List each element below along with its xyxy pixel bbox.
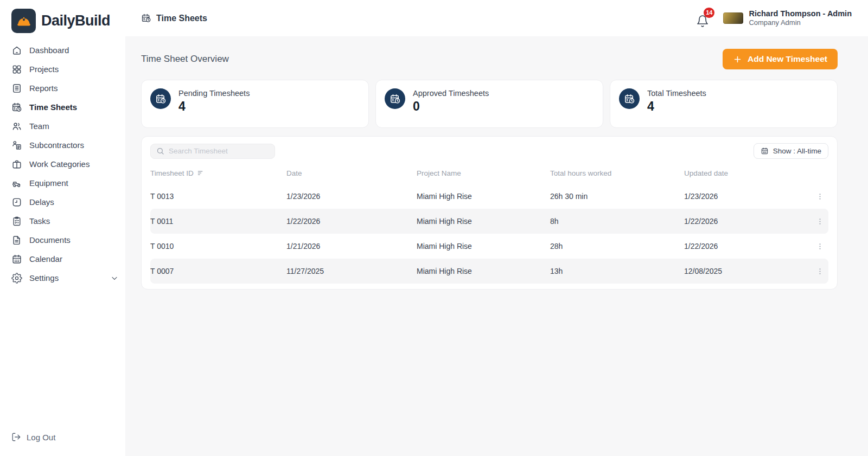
cell-date: 1/22/2026: [286, 217, 417, 226]
table-row[interactable]: T 0010 1/21/2026 Miami High Rise 28h 1/2…: [150, 234, 828, 259]
stat-label: Approved Timesheets: [413, 89, 489, 98]
add-new-timesheet-button[interactable]: Add New Timesheet: [723, 49, 838, 69]
row-actions-button[interactable]: [813, 188, 826, 204]
show-filter-button[interactable]: Show : All-time: [754, 143, 828, 159]
search-icon: [156, 147, 164, 155]
stat-label: Total Timesheets: [647, 89, 706, 98]
sidebar-item-work-categories[interactable]: Work Categories: [0, 155, 125, 174]
cell-project: Miami High Rise: [417, 192, 550, 201]
stat-label: Pending Timesheets: [178, 89, 250, 98]
sidebar-item-settings[interactable]: Settings: [0, 268, 125, 287]
clipboard-icon: [11, 216, 22, 227]
calendar-clock-icon: [385, 88, 405, 109]
sidebar-nav: Dashboard Projects Reports Time Sheets T…: [0, 41, 125, 287]
section-title: Time Sheet Overview: [141, 54, 229, 65]
sidebar-item-team[interactable]: Team: [0, 117, 125, 136]
kebab-icon: [816, 242, 824, 251]
cell-project: Miami High Rise: [417, 242, 550, 251]
stats-row: Pending Timesheets 4 Approved Timesheets…: [141, 80, 838, 128]
stat-card-total: Total Timesheets 4: [610, 80, 838, 128]
sidebar-item-dashboard[interactable]: Dashboard: [0, 41, 125, 60]
calendar-clock-icon: [141, 13, 151, 23]
truck-icon: [11, 178, 22, 189]
logout-button[interactable]: Log Out: [0, 432, 125, 442]
cell-project: Miami High Rise: [417, 267, 550, 275]
kebab-icon: [816, 217, 824, 226]
cell-hours: 13h: [550, 267, 684, 275]
cell-date: 1/21/2026: [286, 242, 417, 251]
calendar-clock-icon: [619, 88, 640, 109]
col-date: Date: [286, 169, 417, 177]
timesheet-table-card: Show : All-time Timesheet ID Date Projec…: [141, 136, 838, 290]
col-total-hours: Total hours worked: [550, 169, 684, 177]
cell-timesheet-id: T 0007: [150, 267, 286, 275]
cell-timesheet-id: T 0011: [150, 217, 286, 226]
stat-card-pending: Pending Timesheets 4: [141, 80, 369, 128]
row-actions-button[interactable]: [813, 213, 826, 229]
user-menu[interactable]: Richard Thompson - Admin Company Admin: [723, 9, 852, 27]
grid-icon: [11, 64, 22, 75]
brand-logo: DailyBuild: [0, 5, 125, 41]
table-row[interactable]: T 0007 11/27/2025 Miami High Rise 13h 12…: [150, 259, 828, 284]
notifications-button[interactable]: 14: [696, 9, 712, 28]
chevron-down-icon: [110, 274, 119, 282]
col-project-name: Project Name: [417, 169, 550, 177]
user-name: Richard Thompson - Admin: [749, 9, 852, 18]
gear-icon: [11, 273, 22, 284]
cell-timesheet-id: T 0010: [150, 242, 286, 251]
avatar: [723, 12, 743, 24]
sidebar-item-calendar[interactable]: Calendar: [0, 249, 125, 268]
notification-badge: 14: [704, 8, 714, 18]
col-updated-date: Updated date: [684, 169, 813, 177]
subcontractor-icon: [11, 140, 22, 151]
calendar-icon: [11, 254, 22, 265]
top-bar: Time Sheets 14 Richard Thompson - Admin …: [125, 0, 868, 36]
search-box: [150, 144, 275, 159]
sidebar-item-time-sheets[interactable]: Time Sheets: [0, 98, 125, 117]
cell-hours: 26h 30 min: [550, 192, 684, 201]
row-actions-button[interactable]: [813, 263, 826, 279]
team-icon: [11, 121, 22, 132]
sidebar-item-projects[interactable]: Projects: [0, 60, 125, 79]
calendar-icon: [761, 147, 769, 155]
cell-updated: 12/08/2025: [684, 267, 813, 275]
calendar-clock-icon: [11, 102, 22, 113]
cell-hours: 28h: [550, 242, 684, 251]
stat-value: 4: [647, 99, 706, 114]
sidebar-item-subcontractors[interactable]: Subcontractors: [0, 136, 125, 155]
page-title: Time Sheets: [141, 13, 207, 23]
stat-value: 0: [413, 99, 489, 114]
calendar-clock-icon: [150, 88, 171, 109]
clock-square-icon: [11, 197, 22, 208]
sidebar-item-reports[interactable]: Reports: [0, 79, 125, 98]
sidebar-item-delays[interactable]: Delays: [0, 192, 125, 211]
sidebar-item-documents[interactable]: Documents: [0, 230, 125, 249]
plus-icon: [733, 55, 742, 64]
stat-value: 4: [178, 99, 250, 114]
user-role: Company Admin: [749, 18, 852, 27]
table-row[interactable]: T 0013 1/23/2026 Miami High Rise 26h 30 …: [150, 184, 828, 209]
sort-icon: [197, 169, 205, 177]
home-icon: [11, 45, 22, 56]
brand-name: DailyBuild: [41, 12, 110, 29]
stat-card-approved: Approved Timesheets 0: [375, 80, 603, 128]
cell-timesheet-id: T 0013: [150, 192, 286, 201]
kebab-icon: [816, 192, 824, 201]
cell-project: Miami High Rise: [417, 217, 550, 226]
table-row[interactable]: T 0011 1/22/2026 Miami High Rise 8h 1/22…: [150, 209, 828, 234]
search-input[interactable]: [169, 147, 269, 155]
sidebar-item-tasks[interactable]: Tasks: [0, 211, 125, 230]
row-actions-button[interactable]: [813, 238, 826, 254]
cell-date: 11/27/2025: [286, 267, 417, 275]
sidebar: DailyBuild Dashboard Projects Reports Ti…: [0, 0, 125, 456]
col-timesheet-id[interactable]: Timesheet ID: [150, 169, 286, 177]
logout-icon: [11, 432, 21, 442]
cell-hours: 8h: [550, 217, 684, 226]
briefcase-icon: [11, 159, 22, 170]
document-icon: [11, 235, 22, 246]
hard-hat-icon: [11, 9, 36, 33]
cell-date: 1/23/2026: [286, 192, 417, 201]
sidebar-item-equipment[interactable]: Equipment: [0, 174, 125, 192]
cell-updated: 1/22/2026: [684, 217, 813, 226]
report-icon: [11, 83, 22, 94]
